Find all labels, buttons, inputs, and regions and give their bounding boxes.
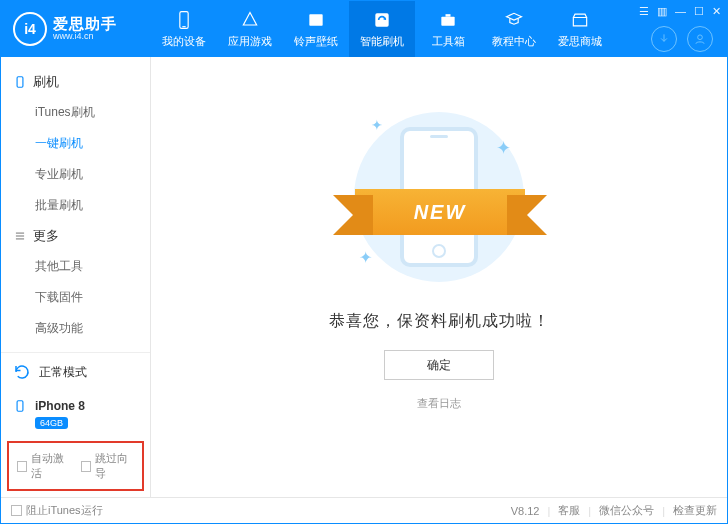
sidebar-section-flash: 刷机 bbox=[1, 67, 150, 97]
nav-label: 智能刷机 bbox=[360, 34, 404, 49]
sidebar-section-more: 更多 bbox=[1, 221, 150, 251]
device-block[interactable]: iPhone 8 64GB bbox=[1, 391, 150, 437]
refresh-icon bbox=[13, 363, 31, 381]
status-link-update[interactable]: 检查更新 bbox=[673, 503, 717, 518]
success-illustration: ✦ ✦ ✦ NEW bbox=[329, 107, 549, 287]
nav-toolbox[interactable]: 工具箱 bbox=[415, 1, 481, 57]
app-subtitle: www.i4.cn bbox=[53, 32, 117, 42]
body: 刷机 iTunes刷机 一键刷机 专业刷机 批量刷机 更多 其他工具 下载固件 … bbox=[1, 57, 727, 497]
section-title: 更多 bbox=[33, 227, 59, 245]
wallpaper-icon bbox=[306, 10, 326, 30]
version-label: V8.12 bbox=[511, 505, 540, 517]
store-icon bbox=[570, 10, 590, 30]
svg-rect-3 bbox=[375, 13, 388, 26]
tutorial-icon bbox=[504, 10, 524, 30]
nav-label: 爱思商城 bbox=[558, 34, 602, 49]
svg-rect-0 bbox=[180, 11, 188, 28]
nav-ringtones[interactable]: 铃声壁纸 bbox=[283, 1, 349, 57]
nav-tutorials[interactable]: 教程中心 bbox=[481, 1, 547, 57]
app-window: i4 爱思助手 www.i4.cn 我的设备 应用游戏 铃声壁纸 智能刷机 bbox=[0, 0, 728, 524]
nav-label: 铃声壁纸 bbox=[294, 34, 338, 49]
minimize-icon[interactable]: — bbox=[675, 5, 686, 17]
checkbox-label: 跳过向导 bbox=[95, 451, 134, 481]
titlebar: i4 爱思助手 www.i4.cn 我的设备 应用游戏 铃声壁纸 智能刷机 bbox=[1, 1, 727, 57]
section-title: 刷机 bbox=[33, 73, 59, 91]
nav-label: 我的设备 bbox=[162, 34, 206, 49]
highlighted-options: 自动激活 跳过向导 bbox=[7, 441, 144, 491]
sidebar-item-oneclick-flash[interactable]: 一键刷机 bbox=[35, 128, 150, 159]
navbar: 我的设备 应用游戏 铃声壁纸 智能刷机 工具箱 教程中心 bbox=[151, 1, 633, 57]
block-itunes-checkbox[interactable]: 阻止iTunes运行 bbox=[11, 503, 103, 518]
svg-rect-7 bbox=[17, 77, 23, 88]
sidebar-item-batch-flash[interactable]: 批量刷机 bbox=[35, 190, 150, 221]
checkbox-label: 自动激活 bbox=[31, 451, 70, 481]
sidebar: 刷机 iTunes刷机 一键刷机 专业刷机 批量刷机 更多 其他工具 下载固件 … bbox=[1, 57, 151, 497]
checkbox-label: 阻止iTunes运行 bbox=[26, 503, 103, 518]
nav-my-device[interactable]: 我的设备 bbox=[151, 1, 217, 57]
sidebar-item-pro-flash[interactable]: 专业刷机 bbox=[35, 159, 150, 190]
device-icon bbox=[13, 397, 27, 415]
flash-icon bbox=[372, 10, 392, 30]
nav-apps[interactable]: 应用游戏 bbox=[217, 1, 283, 57]
user-button[interactable] bbox=[687, 26, 713, 52]
nav-label: 工具箱 bbox=[432, 34, 465, 49]
list-icon bbox=[13, 229, 27, 243]
logo-icon: i4 bbox=[13, 12, 47, 46]
phone-outline-icon bbox=[13, 75, 27, 89]
sidebar-item-advanced[interactable]: 高级功能 bbox=[35, 313, 150, 344]
maximize-icon[interactable]: ☐ bbox=[694, 5, 704, 17]
mode-row[interactable]: 正常模式 bbox=[1, 353, 150, 391]
close-icon[interactable]: ✕ bbox=[712, 5, 721, 17]
svg-rect-4 bbox=[441, 16, 454, 25]
sidebar-item-itunes-flash[interactable]: iTunes刷机 bbox=[35, 97, 150, 128]
sidebar-item-download-firmware[interactable]: 下载固件 bbox=[35, 282, 150, 313]
app-name: 爱思助手 bbox=[53, 16, 117, 33]
device-name: iPhone 8 bbox=[35, 399, 85, 413]
nav-label: 教程中心 bbox=[492, 34, 536, 49]
new-ribbon: NEW bbox=[355, 189, 525, 235]
status-link-support[interactable]: 客服 bbox=[558, 503, 580, 518]
sidebar-item-other-tools[interactable]: 其他工具 bbox=[35, 251, 150, 282]
logo-area: i4 爱思助手 www.i4.cn bbox=[1, 1, 151, 57]
nav-store[interactable]: 爱思商城 bbox=[547, 1, 613, 57]
success-message: 恭喜您，保资料刷机成功啦！ bbox=[329, 311, 550, 332]
lock-icon[interactable]: ▥ bbox=[657, 5, 667, 17]
status-link-wechat[interactable]: 微信公众号 bbox=[599, 503, 654, 518]
view-log-link[interactable]: 查看日志 bbox=[417, 396, 461, 411]
svg-rect-2 bbox=[309, 14, 322, 26]
content-area: ✦ ✦ ✦ NEW 恭喜您，保资料刷机成功啦！ 确定 查看日志 bbox=[151, 57, 727, 497]
mode-label: 正常模式 bbox=[39, 364, 87, 381]
statusbar: 阻止iTunes运行 V8.12 | 客服 | 微信公众号 | 检查更新 bbox=[1, 497, 727, 523]
download-button[interactable] bbox=[651, 26, 677, 52]
nav-label: 应用游戏 bbox=[228, 34, 272, 49]
toolbox-icon bbox=[438, 10, 458, 30]
nav-flash[interactable]: 智能刷机 bbox=[349, 1, 415, 57]
skip-wizard-checkbox[interactable]: 跳过向导 bbox=[81, 451, 135, 481]
device-capacity: 64GB bbox=[35, 417, 68, 429]
menu-icon[interactable]: ☰ bbox=[639, 5, 649, 17]
ok-button[interactable]: 确定 bbox=[384, 350, 494, 380]
svg-point-6 bbox=[698, 35, 703, 40]
svg-rect-11 bbox=[17, 401, 23, 412]
window-controls: ☰ ▥ — ☐ ✕ bbox=[633, 1, 727, 21]
svg-rect-5 bbox=[446, 14, 451, 17]
apps-icon bbox=[240, 10, 260, 30]
device-icon bbox=[174, 10, 194, 30]
auto-activate-checkbox[interactable]: 自动激活 bbox=[17, 451, 71, 481]
